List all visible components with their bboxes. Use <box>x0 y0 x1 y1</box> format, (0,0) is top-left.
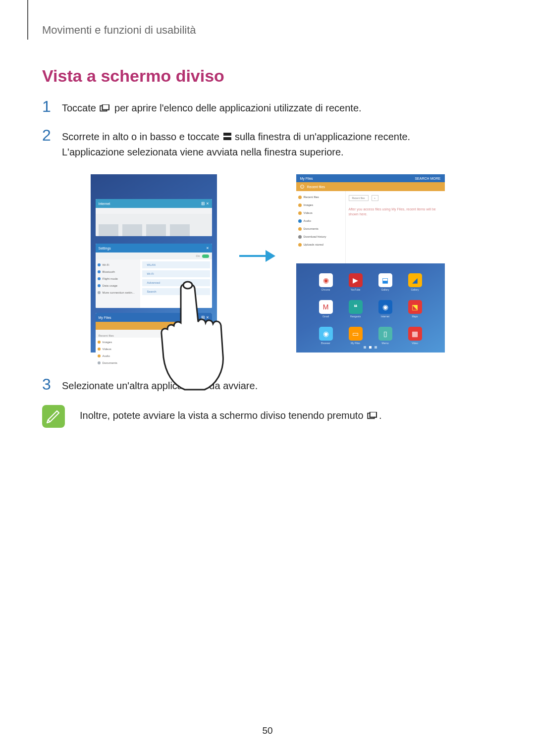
app-icon: ▶YouTube <box>341 273 371 291</box>
list-item: Videos <box>298 209 343 217</box>
svg-rect-5 <box>223 137 231 140</box>
note-text: Inoltre, potete avviare la vista a scher… <box>80 405 382 422</box>
svg-rect-12 <box>371 412 376 417</box>
margin-line <box>27 0 28 40</box>
step-text-before: Scorrete in alto o in basso e toccate <box>62 131 222 142</box>
app-icon: ▦Video <box>400 327 430 345</box>
app-icon: ▯Memo <box>371 327 400 345</box>
app-icon: MGmail <box>311 300 341 318</box>
app-icon: ❝Hangouts <box>341 300 371 318</box>
window-title: Settings <box>99 247 111 250</box>
list-item: Images <box>298 201 343 209</box>
recent-apps-icon <box>100 101 110 116</box>
svg-point-6 <box>183 282 192 289</box>
step-body: Scorrete in alto o in basso e toccate su… <box>62 128 410 160</box>
step-text-before: Toccate <box>62 102 99 113</box>
screenshot-after: My FilesSEARCH MORE iRecent files Recent… <box>296 174 445 353</box>
app-title: My Files <box>300 177 313 180</box>
page-indicator <box>296 346 445 349</box>
app-icon: ◢Gallery <box>400 273 430 291</box>
files-sidebar: Recent filesImagesVideosAudioDocumentsDo… <box>296 191 346 263</box>
window-title: My Files <box>99 316 111 319</box>
step-text-after: per aprire l'elenco delle applicazioni u… <box>114 102 362 113</box>
note-icon <box>42 405 65 428</box>
step-3: 3 Selezionate un'altra applicazione da a… <box>42 377 493 393</box>
figure: Internet⊞ × Settings× On Wi-Fi Bluetooth… <box>42 174 493 353</box>
section-heading: Vista a schermo diviso <box>42 66 493 86</box>
list-item: Documents <box>298 225 343 233</box>
note: Inoltre, potete avviare la vista a scher… <box>42 405 493 428</box>
recent-apps-icon <box>367 411 378 422</box>
step-number: 3 <box>42 376 62 392</box>
app-icon: ◉Browser <box>311 327 341 345</box>
step-2: 2 Scorrete in alto o in basso e toccate … <box>42 128 493 160</box>
step-text-after: sulla finestra di un'applicazione recent… <box>235 131 410 142</box>
step-body: Toccate per aprire l'elenco delle applic… <box>62 100 362 116</box>
top-split-app: My FilesSEARCH MORE iRecent files Recent… <box>296 174 445 263</box>
page-number: 50 <box>0 725 535 736</box>
app-grid: ◉Chrome▶YouTube⬓Gallery◢GalleryMGmail❝Ha… <box>296 273 445 345</box>
window-controls: × <box>206 246 209 251</box>
hand-pointer-icon <box>158 278 232 392</box>
svg-rect-4 <box>223 133 231 136</box>
recent-window-internet: Internet⊞ × <box>96 199 212 236</box>
step-number: 1 <box>42 99 62 114</box>
step-1: 1 Toccate per aprire l'elenco delle appl… <box>42 100 493 116</box>
app-icon: ▭My Files <box>341 327 371 345</box>
files-main: Recent files + After you access files us… <box>346 191 445 263</box>
page: Movimenti e funzioni di usabilità Vista … <box>0 0 535 756</box>
app-menu: SEARCH MORE <box>415 177 440 180</box>
window-controls: ⊞ × <box>201 201 209 206</box>
list-item: Uploads stored <box>298 241 343 249</box>
screenshot-before: Internet⊞ × Settings× On Wi-Fi Bluetooth… <box>91 174 217 353</box>
window-title: Internet <box>99 202 110 205</box>
list-item: Recent files <box>298 193 343 201</box>
app-icon: ⬔Maps <box>400 300 430 318</box>
settings-sidebar: Wi-Fi Bluetooth Flight mode Data usage M… <box>96 259 140 308</box>
list-item: Download history <box>298 233 343 241</box>
step-number: 2 <box>42 127 62 143</box>
app-icon: ◉Internet <box>371 300 400 318</box>
svg-line-9 <box>48 420 50 422</box>
app-icon: ⬓Gallery <box>371 273 400 291</box>
step-text-line2: L'applicazione selezionata viene avviata… <box>62 147 344 157</box>
arrow-right-icon <box>237 246 276 266</box>
svg-marker-8 <box>266 250 275 262</box>
svg-rect-2 <box>103 105 109 109</box>
app-icon: ◉Chrome <box>311 273 341 291</box>
split-view-icon <box>223 130 231 145</box>
list-item: Audio <box>298 217 343 225</box>
chapter-title: Movimenti e funzioni di usabilità <box>42 24 493 37</box>
